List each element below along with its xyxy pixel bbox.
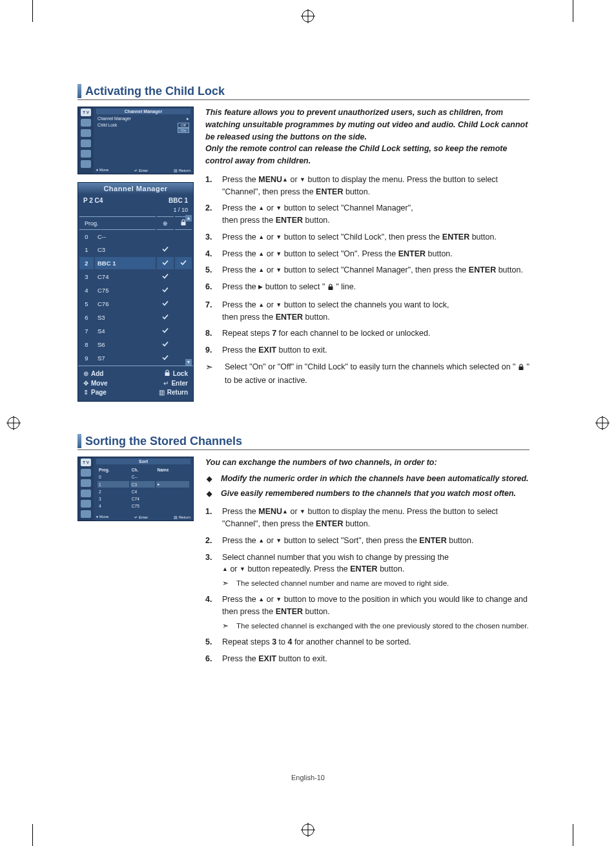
chevron-right-icon: ▸ — [187, 116, 189, 121]
option-off: Off — [178, 123, 189, 128]
up-arrow-icon: ▲ — [258, 537, 264, 546]
tv-tab-icon: T V — [81, 459, 91, 466]
svg-rect-15 — [518, 366, 523, 370]
up-arrow-icon: ▲ — [258, 301, 264, 310]
check-icon — [161, 313, 169, 320]
section-intro: This feature allows you to prevent unaut… — [205, 107, 529, 167]
osd-icon — [81, 469, 91, 477]
hint-add: ⊕ Add — [83, 369, 103, 378]
registration-mark-icon — [301, 823, 315, 837]
note-arrow-icon: ➣ — [205, 361, 218, 387]
page-footer: English-10 — [0, 774, 616, 781]
crop-mark — [32, 0, 33, 22]
down-arrow-icon: ▼ — [276, 204, 282, 213]
osd-icon — [81, 510, 91, 518]
step-item: 1.Press the MENU▲ or ▼ button to display… — [205, 174, 529, 198]
table-row: 2C4 — [98, 489, 189, 495]
registration-mark-icon — [6, 416, 21, 430]
down-arrow-icon: ▼ — [240, 565, 245, 574]
step-item: 8.Repeat steps 7 for each channel to be … — [205, 327, 529, 340]
table-row: 1C3▸ — [98, 481, 189, 488]
svg-rect-12 — [181, 222, 186, 226]
note-arrow-icon: ➣ — [222, 578, 232, 589]
table-row: 3C74 — [79, 271, 192, 283]
osd-icon — [81, 150, 91, 158]
table-row: 5C76 — [79, 298, 192, 310]
hint-page: ⇕ Page — [83, 389, 107, 396]
step-item: 4.Press the ▲ or ▼ button to select "On"… — [205, 248, 529, 260]
right-arrow-icon: ▶ — [258, 283, 263, 292]
table-row: 8S6 — [79, 338, 192, 351]
osd-child-lock-menu: T V Channel Manager Channel Manager▸ Chi… — [77, 107, 194, 174]
step-list: 1.Press the MENU▲ or ▼ button to display… — [205, 506, 529, 665]
col-ch: Ch. — [130, 467, 155, 473]
up-arrow-icon: ▲ — [282, 508, 288, 517]
table-row: 0C-- — [98, 474, 189, 480]
step-item: 3.Press the ▲ or ▼ button to select "Chi… — [205, 231, 529, 243]
option-on: On — [178, 128, 189, 133]
check-icon — [161, 354, 169, 361]
check-icon — [161, 245, 169, 253]
check-icon — [161, 300, 169, 307]
table-row: 3C74 — [98, 496, 189, 502]
section-title: Sorting the Stored Channels — [85, 435, 242, 448]
up-arrow-icon: ▲ — [258, 204, 264, 213]
up-arrow-icon: ▲ — [222, 565, 228, 574]
table-row: 4C75 — [79, 284, 192, 296]
osd-row-label: Child Lock — [98, 123, 117, 133]
tv-tab-icon: T V — [81, 108, 91, 116]
osd-sort-menu: T V Sort Prog. Ch — [77, 457, 194, 521]
hint-enter: ↵ Enter — [134, 168, 148, 172]
crop-mark — [32, 824, 33, 846]
osd-icon — [81, 490, 91, 497]
step-item: 3.Select channel number that you wish to… — [205, 552, 529, 590]
lock-icon — [327, 282, 334, 294]
hint-move: ♦ Move — [96, 515, 108, 519]
bullet-list: Modify the numeric order in which the ch… — [205, 473, 529, 500]
col-name: Name — [156, 467, 189, 473]
scroll-up-icon: ▲ — [185, 215, 192, 222]
note-arrow-icon: ➣ — [222, 621, 232, 632]
svg-rect-13 — [165, 373, 169, 377]
cm-current-prog: P 2 C4 — [83, 197, 103, 204]
down-arrow-icon: ▼ — [300, 508, 305, 517]
osd-header: Channel Manager — [96, 108, 190, 114]
scroll-down-icon: ▼ — [185, 359, 192, 366]
svg-rect-14 — [328, 287, 333, 291]
bullet-item: Give easily remembered numbers to the ch… — [221, 488, 529, 500]
step-item: 9.Press the EXIT button to exit. — [205, 344, 529, 356]
step-item: 1.Press the MENU▲ or ▼ button to display… — [205, 506, 529, 530]
osd-channel-manager-grid: Channel Manager P 2 C4 BBC 1 1 / 10 ▲ ▼ … — [77, 182, 194, 402]
up-arrow-icon: ▲ — [258, 266, 264, 275]
col-prog: Prog. — [98, 467, 129, 473]
step-item: 5.Repeat steps 3 to 4 for another channe… — [205, 636, 529, 648]
osd-icon — [81, 479, 91, 487]
section-rule — [77, 449, 529, 450]
osd-row-label: Channel Manager — [98, 116, 131, 121]
down-arrow-icon: ▼ — [276, 595, 282, 604]
hint-enter: ↵ Enter — [134, 515, 148, 519]
check-icon — [180, 259, 187, 266]
osd-header: Sort — [96, 459, 190, 464]
bullet-item: Modify the numeric order in which the ch… — [221, 473, 529, 485]
check-icon — [161, 273, 169, 280]
table-row: 0C-- — [79, 231, 192, 242]
check-icon — [161, 327, 169, 334]
table-row: 9S7 — [79, 352, 192, 364]
down-arrow-icon: ▼ — [276, 537, 282, 546]
osd-icon — [81, 129, 91, 137]
check-icon — [161, 259, 169, 266]
footnote: ➣ Select "On" or "Off" in "Child Lock" t… — [205, 361, 529, 387]
up-arrow-icon: ▲ — [258, 233, 264, 242]
check-icon — [161, 340, 169, 347]
step-item: 2.Press the ▲ or ▼ button to select "Cha… — [205, 202, 529, 227]
cm-header: Channel Manager — [78, 183, 193, 194]
lock-icon — [518, 362, 524, 375]
cm-count: 1 / 10 — [78, 207, 193, 215]
section-title: Activating the Child Lock — [85, 85, 225, 98]
step-list: 1.Press the MENU▲ or ▼ button to display… — [205, 174, 529, 356]
step-item: 4.Press the ▲ or ▼ button to move to the… — [205, 593, 529, 632]
step-item: 7.Press the ▲ or ▼ button to select the … — [205, 299, 529, 324]
osd-icon — [81, 160, 91, 168]
hint-return: ▥ Return — [174, 168, 190, 172]
